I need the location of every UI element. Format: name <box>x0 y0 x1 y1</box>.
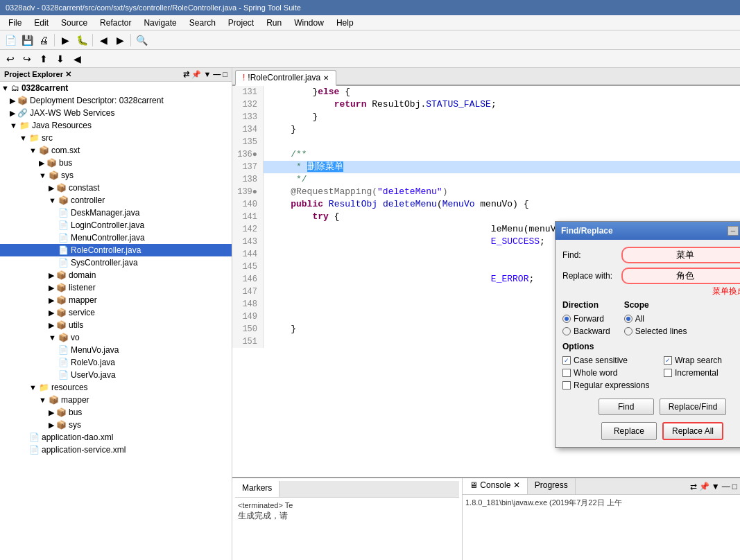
pin-icon[interactable]: 📌 <box>191 70 201 79</box>
toolbar2-btn5[interactable]: ◀ <box>69 51 85 67</box>
tree-item-login[interactable]: 📄 LoginController.java <box>0 219 232 231</box>
replace-input[interactable] <box>621 268 740 284</box>
replace-all-button[interactable]: Replace All <box>662 422 723 440</box>
menu-source[interactable]: Source <box>55 17 93 29</box>
tree-item-bus2[interactable]: ▶ 📦 bus <box>0 406 232 419</box>
toolbar-back[interactable]: ◀ <box>96 33 111 48</box>
tree-item-controller[interactable]: ▼ 📦 controller <box>0 194 232 207</box>
console-minimize-icon[interactable]: — <box>722 482 730 491</box>
tree-item-java-resources[interactable]: ▼ 📁 Java Resources <box>0 119 232 132</box>
menu-help[interactable]: Help <box>331 17 359 29</box>
tree-item-bus[interactable]: ▶ 📦 bus <box>0 157 232 169</box>
dialog-minimize-btn[interactable]: ─ <box>728 226 739 236</box>
menuvo-label: MenuVo.java <box>71 345 119 355</box>
menu-search[interactable]: Search <box>184 17 221 29</box>
toolbar-search[interactable]: 🔍 <box>134 33 149 48</box>
tree-item-sys-controller[interactable]: 📄 SysController.java <box>0 256 232 269</box>
panel-menu-icon[interactable]: ▼ <box>203 70 211 79</box>
tree-item-uservo[interactable]: 📄 UserVo.java <box>0 369 232 381</box>
toolbar-save[interactable]: 💾 <box>19 33 35 48</box>
toolbar-debug[interactable]: 🐛 <box>74 33 89 48</box>
console-panel: 🖥 Console ✕ Progress ⇄ 📌 ▼ — □ <box>463 478 740 560</box>
tree-item-0328carrent[interactable]: ▼ 🗂 0328carrent <box>0 82 232 94</box>
backward-radio[interactable]: Backward <box>562 326 610 336</box>
minimize-icon[interactable]: — <box>213 70 221 79</box>
constast-label: constast <box>69 183 100 193</box>
dialog-window-controls: ─ □ ✕ <box>728 226 740 236</box>
regex-checkbox[interactable]: Regular expressions <box>562 380 661 390</box>
tree-item-menuvo[interactable]: 📄 MenuVo.java <box>0 344 232 356</box>
selected-lines-radio[interactable]: Selected lines <box>624 326 687 336</box>
console-collapse-icon[interactable]: ⇄ <box>690 482 697 491</box>
tree-item-listener[interactable]: ▶ 📦 listener <box>0 281 232 294</box>
menu-file[interactable]: File <box>3 17 27 29</box>
line-num-131: 131 <box>232 86 264 98</box>
find-input[interactable] <box>621 247 740 263</box>
collapse-icon[interactable]: ⇄ <box>183 70 189 79</box>
toolbar2-btn2[interactable]: ↪ <box>19 51 35 67</box>
chevron-right-bus2: ▶ <box>49 408 54 417</box>
tree-item-appservice[interactable]: 📄 application-service.xml <box>0 444 232 456</box>
tree-item-comsxt[interactable]: ▼ 📦 com.sxt <box>0 144 232 157</box>
tree-item-service[interactable]: ▶ 📦 service <box>0 306 232 319</box>
toolbar2-btn1[interactable]: ↩ <box>3 51 18 67</box>
tree-item-sys[interactable]: ▼ 📦 sys <box>0 169 232 182</box>
wrap-search-checkbox[interactable]: Wrap search <box>664 356 740 365</box>
chevron-right-icon-bus: ▶ <box>39 159 44 168</box>
tab-console-close[interactable]: ✕ <box>513 480 520 490</box>
tree-item-deployment[interactable]: ▶ 📦 Deployment Descriptor: 0328carrent <box>0 94 232 107</box>
toolbar-print[interactable]: 🖨 <box>36 33 51 48</box>
menu-edit[interactable]: Edit <box>28 17 54 29</box>
tree-item-menu[interactable]: 📄 MenuController.java <box>0 231 232 244</box>
forward-radio[interactable]: Forward <box>562 314 610 324</box>
tree-item-domain[interactable]: ▶ 📦 domain <box>0 269 232 281</box>
toolbar-new[interactable]: 📄 <box>3 33 18 48</box>
whole-word-checkbox[interactable]: Whole word <box>562 368 661 378</box>
tree-item-jaxws[interactable]: ▶ 🔗 JAX-WS Web Services <box>0 107 232 119</box>
tree-item-utils[interactable]: ▶ 📦 utils <box>0 319 232 331</box>
menu-run[interactable]: Run <box>261 17 287 29</box>
toolbar-fwd[interactable]: ▶ <box>112 33 128 48</box>
console-maximize-icon[interactable]: □ <box>732 482 737 491</box>
editor-panel: ! !RoleController.java ✕ 131 }else { 132 <box>232 68 740 560</box>
tree-item-vo[interactable]: ▼ 📦 vo <box>0 331 232 344</box>
incremental-checkbox[interactable]: Incremental <box>664 368 740 378</box>
find-button[interactable]: Find <box>599 399 654 415</box>
tree-item-desk[interactable]: 📄 DeskManager.java <box>0 207 232 219</box>
tab-progress[interactable]: Progress <box>528 478 576 494</box>
tab-markers[interactable]: Markers <box>235 481 279 497</box>
tree-item-mapper2[interactable]: ▼ 📦 mapper <box>0 394 232 406</box>
menu-window[interactable]: Window <box>289 17 329 29</box>
tree-item-mapper[interactable]: ▶ 📦 mapper <box>0 294 232 306</box>
menu-project[interactable]: Project <box>223 17 259 29</box>
toolbar-run[interactable]: ▶ <box>58 33 73 48</box>
tab-rolecontroller[interactable]: ! !RoleController.java ✕ <box>235 70 336 86</box>
toolbar2-btn4[interactable]: ⬇ <box>53 51 68 67</box>
replace-find-button[interactable]: Replace/Find <box>660 399 727 415</box>
all-radio[interactable]: All <box>624 314 687 324</box>
console-pin-icon[interactable]: 📌 <box>699 482 709 491</box>
tab-close-icon[interactable]: ✕ <box>323 74 329 82</box>
maximize-icon[interactable]: □ <box>223 70 227 79</box>
tab-console[interactable]: 🖥 Console ✕ <box>463 478 528 494</box>
tree-item-src[interactable]: ▼ 📁 src <box>0 132 232 144</box>
console-menu-icon[interactable]: ▼ <box>712 482 720 491</box>
tree-item-appdao[interactable]: 📄 application-dao.xml <box>0 431 232 444</box>
code-content-141: try { <box>264 211 339 223</box>
toolbar2-btn3[interactable]: ⬆ <box>36 51 51 67</box>
line-num-149: 149 <box>232 310 264 323</box>
tree-item-rolevo[interactable]: 📄 RoleVo.java <box>0 356 232 369</box>
line-num-142: 142 <box>232 223 264 236</box>
menu-navigate[interactable]: Navigate <box>138 17 182 29</box>
panel-header-icons: ⇄ 📌 ▼ — □ <box>183 70 227 79</box>
tree-item-constast[interactable]: ▶ 📦 constast <box>0 182 232 194</box>
tree-item-role[interactable]: 📄 RoleController.java <box>0 244 232 256</box>
menu-refactor[interactable]: Refactor <box>94 17 137 29</box>
tree-item-resources[interactable]: ▼ 📁 resources <box>0 381 232 394</box>
case-sensitive-checkbox[interactable]: Case sensitive <box>562 356 661 365</box>
editor-tab-bar: ! !RoleController.java ✕ <box>232 68 740 86</box>
tree-item-sys2[interactable]: ▶ 📦 sys <box>0 419 232 431</box>
replace-button[interactable]: Replace <box>601 422 657 440</box>
code-content-133: } <box>264 111 318 123</box>
project-tree[interactable]: ▼ 🗂 0328carrent ▶ 📦 Deployment Descripto… <box>0 82 232 560</box>
